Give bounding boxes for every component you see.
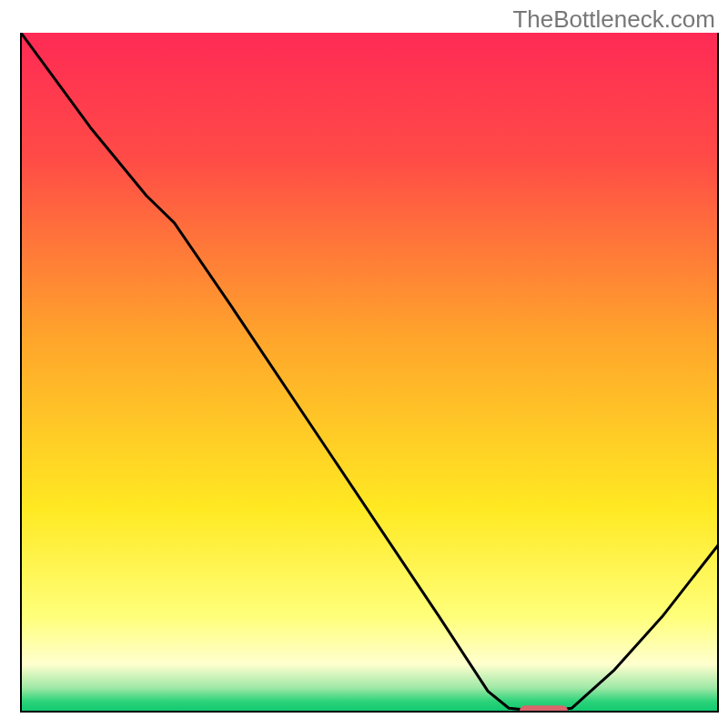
chart-container: TheBottleneck.com bbox=[0, 0, 728, 728]
watermark-text: TheBottleneck.com bbox=[512, 5, 715, 34]
bottleneck-chart bbox=[0, 0, 728, 728]
gradient-background bbox=[21, 33, 718, 712]
